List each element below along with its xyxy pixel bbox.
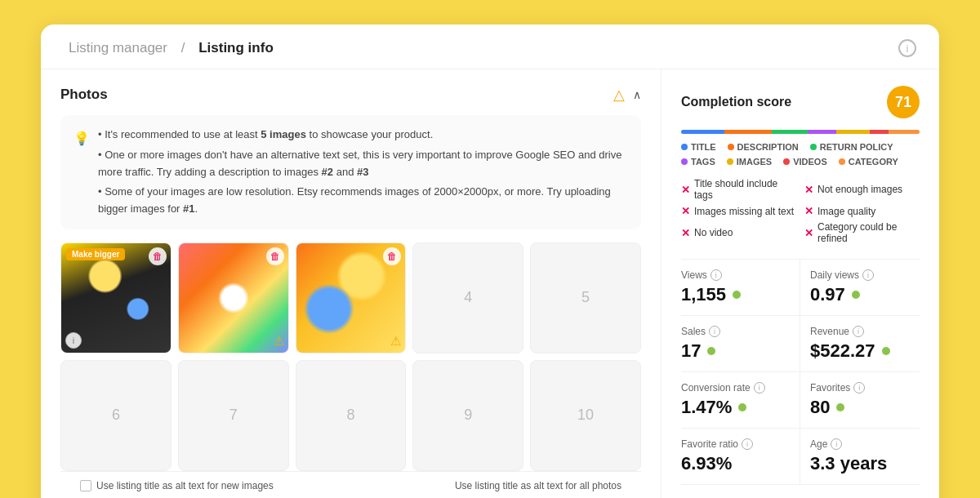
seg-videos [870,130,889,134]
info-icon-age[interactable]: i [831,438,842,450]
stat-label-fav-ratio: Favorite ratio i [681,438,790,450]
cell-number-8: 8 [346,407,354,424]
section-icons: △ ∧ [613,86,641,104]
main-card: Listing manager / Listing info i Photos … [41,24,939,498]
breadcrumb-parent[interactable]: Listing manager [69,40,167,56]
info-icon[interactable]: i [898,39,916,57]
photo-cell-6[interactable]: 6 [60,360,172,471]
stat-dot-views [733,291,741,299]
issue-3: ✕ Images missing alt text [681,205,796,217]
bulb-icon: 💡 [74,128,90,218]
breadcrumb-separator: / [181,40,185,56]
info-icon-fav-ratio[interactable]: i [742,438,753,450]
stat-value-conversion: 1.47% [681,397,732,418]
info-icon-daily-views[interactable]: i [862,269,874,281]
completion-header: Completion score 71 [681,86,920,118]
photo-grid: Make bigger 🗑 i 🗑 ⚠ 🗑 ⚠ [60,242,641,471]
cell-number-6: 6 [112,407,120,424]
warning-icon: △ [613,86,625,104]
issue-4: ✕ Image quality [804,205,920,217]
issues-list: ✕ Title should include tags ✕ Not enough… [681,178,920,244]
stat-dot-conversion [738,403,746,411]
left-panel: Photos △ ∧ 💡 • It's recommended to use a… [41,69,662,498]
legend-tags: TAGS [681,157,715,167]
photo-cell-2[interactable]: 🗑 ⚠ [178,242,289,353]
legend-category: CATEGORY [839,157,898,167]
legend-title: TITLE [681,142,716,152]
photo-cell-3[interactable]: 🗑 ⚠ [296,242,407,353]
stat-sales: Sales i 17 [681,316,800,372]
seg-tags [808,130,836,134]
issue-2: ✕ Not enough images [804,178,920,201]
stat-dot-daily-views [852,291,860,299]
cell-number-4: 4 [464,289,472,306]
stat-label-conversion: Conversion rate i [681,382,790,394]
info-icon-views[interactable]: i [710,269,722,281]
photo-cell-8[interactable]: 8 [296,360,407,471]
info-icon-favorites[interactable]: i [853,382,865,394]
photo-cell-1[interactable]: Make bigger 🗑 i [60,242,172,353]
photo-cell-9[interactable]: 9 [412,360,523,471]
info-icon-conversion[interactable]: i [754,382,765,394]
photo-cell-5[interactable]: 5 [530,242,641,353]
stat-label-age: Age i [810,438,920,450]
breadcrumb: Listing manager / Listing info [64,40,278,56]
cell-number-9: 9 [464,407,472,424]
stat-revenue: Revenue i $522.27 [800,316,920,372]
photo-cell-7[interactable]: 7 [178,360,289,471]
photo-badge-1: Make bigger [66,248,125,260]
photo-info-1[interactable]: i [65,332,82,349]
stat-value-age: 3.3 years [810,453,887,474]
stat-label-revenue: Revenue i [810,326,920,337]
photos-section-header: Photos △ ∧ [60,86,641,104]
tips-box: 💡 • It's recommended to use at least 5 i… [60,115,641,229]
issue-6: ✕ Category could be refined [804,221,920,244]
footer-label-left: Use listing title as alt text for new im… [96,480,274,491]
seg-category [889,130,920,134]
stat-value-views: 1,155 [681,284,726,305]
checkbox-new[interactable] [80,480,91,491]
stat-conversion: Conversion rate i 1.47% [681,372,800,429]
cell-number-10: 10 [577,407,594,424]
issue-5: ✕ No video [681,221,796,244]
legend-return-policy: RETURN POLICY [810,142,893,152]
tips-content: • It's recommended to use at least 5 ima… [98,127,628,218]
photo-warn-3: ⚠ [390,334,401,349]
seg-images [836,130,870,134]
stat-daily-views: Daily views i 0.97 [800,260,920,316]
footer-check-left[interactable]: Use listing title as alt text for new im… [80,480,274,491]
photos-title: Photos [60,87,108,103]
collapse-icon[interactable]: ∧ [633,88,641,101]
content-area: Photos △ ∧ 💡 • It's recommended to use a… [41,69,939,498]
footer-check-right[interactable]: Use listing title as alt text for all ph… [455,480,621,491]
footer-label-right: Use listing title as alt text for all ph… [455,480,621,491]
stat-dot-sales [707,347,715,355]
stat-value-revenue: $522.27 [810,340,875,362]
stat-value-sales: 17 [681,340,701,362]
stat-label-views: Views i [681,269,790,281]
stat-views: Views i 1,155 [681,260,800,316]
info-icon-sales[interactable]: i [709,326,720,337]
stat-label-daily-views: Daily views i [810,269,920,281]
stat-dot-revenue [882,347,890,355]
stats-grid: Views i 1,155 Daily views i 0.97 [681,259,920,485]
photo-cell-10[interactable]: 10 [530,360,641,471]
seg-title [681,130,724,134]
score-badge: 71 [887,86,920,118]
stat-label-favorites: Favorites i [810,382,920,394]
info-icon-revenue[interactable]: i [853,326,864,337]
stat-value-fav-ratio: 6.93% [681,453,732,474]
stat-dot-favorites [836,403,844,411]
photo-delete-1[interactable]: 🗑 [149,247,167,265]
stat-favorites: Favorites i 80 [800,372,920,429]
issue-1: ✕ Title should include tags [681,178,796,201]
stat-value-favorites: 80 [810,397,830,418]
right-panel: Completion score 71 TITLE DESC [662,69,939,498]
tip-1: • It's recommended to use at least 5 ima… [98,127,628,144]
stat-fav-ratio: Favorite ratio i 6.93% [681,429,800,485]
seg-return [772,130,808,134]
photo-delete-2[interactable]: 🗑 [266,247,284,265]
photo-cell-4[interactable]: 4 [412,242,523,353]
cell-number-7: 7 [229,407,238,424]
breadcrumb-current: Listing info [198,40,274,56]
